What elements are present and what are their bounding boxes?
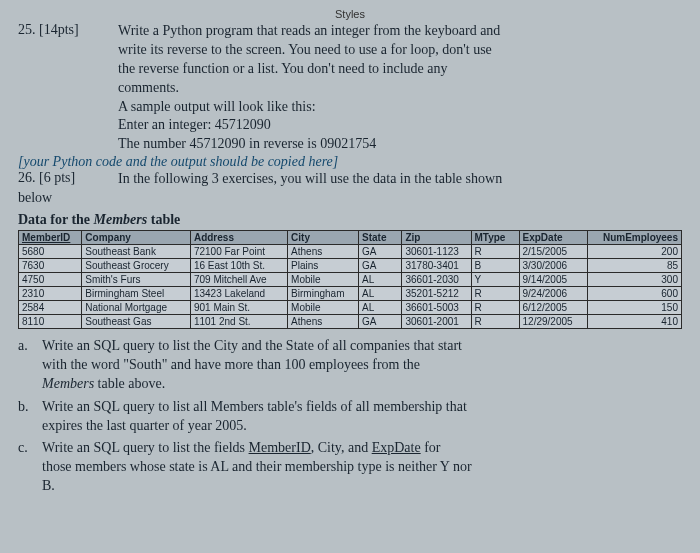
header-address: Address: [190, 231, 287, 245]
cell-city: Birmingham: [288, 287, 359, 301]
sub-b-body: Write an SQL query to list all Members t…: [42, 398, 682, 436]
cell-numemployees: 85: [588, 259, 682, 273]
cell-mtype: R: [471, 301, 519, 315]
q26-below: below: [18, 189, 682, 208]
members-table: MemberID Company Address City State Zip …: [18, 230, 682, 329]
sub-a-body: Write an SQL query to list the City and …: [42, 337, 682, 394]
cell-numemployees: 300: [588, 273, 682, 287]
q25-line-4: comments.: [118, 79, 682, 98]
q25-line-6: Enter an integer: 45712090: [118, 116, 682, 135]
cell-state: AL: [359, 287, 402, 301]
cell-expdate: 2/15/2005: [519, 245, 588, 259]
sub-a: a. Write an SQL query to list the City a…: [18, 337, 682, 394]
cell-zip: 36601-5003: [402, 301, 471, 315]
styles-tab-label: Styles: [18, 8, 682, 20]
header-zip: Zip: [402, 231, 471, 245]
cell-state: AL: [359, 273, 402, 287]
cell-city: Athens: [288, 315, 359, 329]
heading-table-name: Members: [94, 212, 148, 227]
cell-memberid: 4750: [19, 273, 82, 287]
cell-mtype: Y: [471, 273, 519, 287]
header-state: State: [359, 231, 402, 245]
sub-b: b. Write an SQL query to list all Member…: [18, 398, 682, 436]
cell-address: 1101 2nd St.: [190, 315, 287, 329]
cell-zip: 31780-3401: [402, 259, 471, 273]
sub-a-label: a.: [18, 337, 42, 356]
cell-memberid: 2584: [19, 301, 82, 315]
sub-a-l3: Members table above.: [42, 375, 682, 394]
cell-memberid: 2310: [19, 287, 82, 301]
header-memberid: MemberID: [19, 231, 82, 245]
question-26: 26. [6 pts] In the following 3 exercises…: [18, 170, 682, 189]
sub-c-l1: Write an SQL query to list the fields Me…: [42, 439, 682, 458]
sub-a-l3-rest: table above.: [94, 376, 165, 391]
sub-c-l1c: , City, and: [311, 440, 372, 455]
cell-zip: 30601-2001: [402, 315, 471, 329]
cell-zip: 36601-2030: [402, 273, 471, 287]
q25-line-2: write its reverse to the screen. You nee…: [118, 41, 682, 60]
sub-b-l2: expires the last quarter of year 2005.: [42, 417, 682, 436]
cell-mtype: R: [471, 315, 519, 329]
cell-city: Mobile: [288, 301, 359, 315]
cell-company: Southeast Bank: [82, 245, 191, 259]
table-header-row: MemberID Company Address City State Zip …: [19, 231, 682, 245]
table-row: 7630 Southeast Grocery 16 East 10th St. …: [19, 259, 682, 273]
cell-expdate: 9/24/2006: [519, 287, 588, 301]
cell-memberid: 7630: [19, 259, 82, 273]
cell-address: 13423 Lakeland: [190, 287, 287, 301]
table-row: 2584 National Mortgage 901 Main St. Mobi…: [19, 301, 682, 315]
question-25: 25. [14pts] Write a Python program that …: [18, 22, 682, 154]
sub-c-l1e: for: [421, 440, 441, 455]
sub-c: c. Write an SQL query to list the fields…: [18, 439, 682, 496]
sub-questions: a. Write an SQL query to list the City a…: [18, 337, 682, 496]
cell-numemployees: 200: [588, 245, 682, 259]
cell-state: GA: [359, 245, 402, 259]
cell-state: GA: [359, 315, 402, 329]
cell-state: GA: [359, 259, 402, 273]
cell-expdate: 6/12/2005: [519, 301, 588, 315]
cell-expdate: 12/29/2005: [519, 315, 588, 329]
q25-line-5: A sample output will look like this:: [118, 98, 682, 117]
cell-city: Athens: [288, 245, 359, 259]
header-expdate: ExpDate: [519, 231, 588, 245]
sub-c-body: Write an SQL query to list the fields Me…: [42, 439, 682, 496]
q25-body: Write a Python program that reads an int…: [118, 22, 682, 154]
sub-a-l3-tbl: Members: [42, 376, 94, 391]
cell-mtype: R: [471, 245, 519, 259]
cell-state: AL: [359, 301, 402, 315]
cell-mtype: B: [471, 259, 519, 273]
sub-b-l1: Write an SQL query to list all Members t…: [42, 398, 682, 417]
cell-company: Southeast Grocery: [82, 259, 191, 273]
cell-city: Mobile: [288, 273, 359, 287]
members-table-heading: Data for the Members table: [18, 212, 682, 228]
heading-pre: Data for the: [18, 212, 94, 227]
cell-numemployees: 410: [588, 315, 682, 329]
q25-number: 25. [14pts]: [18, 22, 118, 38]
cell-company: Southeast Gas: [82, 315, 191, 329]
cell-memberid: 8110: [19, 315, 82, 329]
cell-address: 709 Mitchell Ave: [190, 273, 287, 287]
sub-c-field-memberid: MemberID: [249, 440, 311, 455]
table-row: 8110 Southeast Gas 1101 2nd St. Athens G…: [19, 315, 682, 329]
sub-a-l2: with the word "South" and have more than…: [42, 356, 682, 375]
table-row: 4750 Smith's Furs 709 Mitchell Ave Mobil…: [19, 273, 682, 287]
q25-line-1: Write a Python program that reads an int…: [118, 22, 682, 41]
q25-line-7: The number 45712090 in reverse is 090217…: [118, 135, 682, 154]
cell-company: Birmingham Steel: [82, 287, 191, 301]
table-row: 2310 Birmingham Steel 13423 Lakeland Bir…: [19, 287, 682, 301]
cell-memberid: 5680: [19, 245, 82, 259]
cell-zip: 35201-5212: [402, 287, 471, 301]
q26-number: 26. [6 pts]: [18, 170, 118, 186]
q25-copy-note: [your Python code and the output should …: [18, 154, 682, 170]
sub-c-field-expdate: ExpDate: [372, 440, 421, 455]
cell-numemployees: 600: [588, 287, 682, 301]
cell-company: Smith's Furs: [82, 273, 191, 287]
header-numemployees: NumEmployees: [588, 231, 682, 245]
heading-post: table: [147, 212, 180, 227]
q25-line-3: the reverse function or a list. You don'…: [118, 60, 682, 79]
cell-expdate: 3/30/2006: [519, 259, 588, 273]
sub-b-label: b.: [18, 398, 42, 417]
cell-zip: 30601-1123: [402, 245, 471, 259]
cell-address: 16 East 10th St.: [190, 259, 287, 273]
cell-company: National Mortgage: [82, 301, 191, 315]
